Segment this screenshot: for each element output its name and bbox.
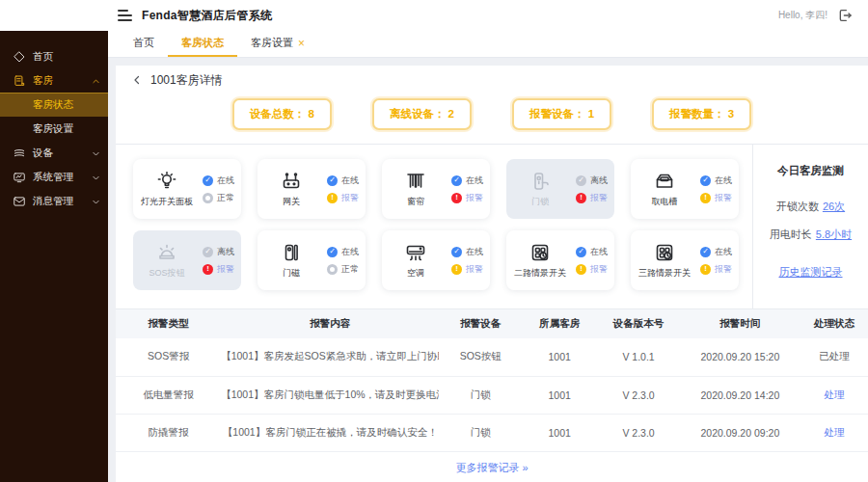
sidebar-item-2[interactable]: 客房状态 bbox=[0, 93, 108, 117]
room-monitor-panel: 今日客房监测 开锁次数26次用电时长5.8小时 历史监测记录 bbox=[752, 145, 868, 308]
tab-1[interactable]: 客房状态 bbox=[168, 30, 237, 57]
table-header-1: 报警内容 bbox=[221, 309, 439, 338]
more-alarms-link[interactable]: 更多报警记录 » bbox=[116, 452, 868, 475]
table-header-5: 报警时间 bbox=[680, 309, 800, 338]
status-text: 报警 bbox=[217, 263, 234, 276]
blue-check-icon: ✓ bbox=[576, 247, 586, 257]
table-header-2: 报警设备 bbox=[439, 309, 522, 338]
sidebar-item-1[interactable]: 客房 bbox=[0, 68, 108, 93]
blue-check-icon: ✓ bbox=[700, 247, 711, 257]
scene-switch-icon bbox=[529, 241, 552, 264]
chevron-up-icon bbox=[92, 76, 100, 85]
tab-2[interactable]: 客房设置× bbox=[237, 30, 318, 57]
device-card-7[interactable]: 空调✓在线!报警 bbox=[382, 230, 490, 290]
tab-close-icon[interactable]: × bbox=[298, 38, 305, 49]
device-card-5[interactable]: SOS按钮✓离线!报警 bbox=[133, 230, 241, 290]
device-label: 门锁 bbox=[531, 196, 549, 208]
device-status: !报警 bbox=[700, 192, 732, 204]
status-text: 报警 bbox=[341, 192, 359, 204]
device-icon bbox=[13, 147, 26, 160]
yellow-alert-icon: ! bbox=[576, 264, 586, 275]
cell-room: 1001 bbox=[522, 414, 597, 451]
cell-type: 防撬警报 bbox=[116, 414, 221, 451]
sidebar-item-label: 客房状态 bbox=[33, 98, 73, 112]
cell-content: 【1001】客房门锁正在被撬，请及时确认安全！ bbox=[221, 414, 439, 451]
status-text: 正常 bbox=[217, 192, 234, 204]
sidebar-item-3[interactable]: 客房设置 bbox=[0, 117, 108, 141]
yellow-alert-icon: ! bbox=[700, 264, 711, 275]
cell-version: V 2.3.0 bbox=[597, 376, 680, 414]
door-sensor-icon bbox=[280, 241, 303, 264]
status-text: 在线 bbox=[341, 246, 359, 258]
status-text: 在线 bbox=[341, 174, 359, 187]
status-text: 正常 bbox=[341, 263, 359, 276]
device-label: 空调 bbox=[407, 267, 424, 280]
status-text: 在线 bbox=[715, 246, 732, 258]
cell-content: 【1001】客房发起SOS紧急求助，请立即上门协助！ bbox=[221, 338, 439, 376]
cell-status: 处理 bbox=[800, 414, 868, 451]
stat-box-3: 报警数量： 3 bbox=[652, 98, 751, 130]
device-status: ✓离线 bbox=[203, 246, 234, 258]
gateway-icon bbox=[280, 170, 303, 193]
device-status: ✓在线 bbox=[576, 246, 608, 258]
status-text: 报警 bbox=[715, 192, 732, 204]
history-monitor-link[interactable]: 历史监测记录 bbox=[779, 265, 843, 280]
status-text: 在线 bbox=[466, 174, 483, 187]
tab-label: 客房状态 bbox=[181, 36, 224, 50]
yellow-alert-icon: ! bbox=[700, 193, 711, 203]
sidebar-item-5[interactable]: 系统管理 bbox=[0, 165, 108, 189]
handle-link[interactable]: 处理 bbox=[824, 388, 844, 400]
status-text: 离线 bbox=[590, 174, 608, 187]
grey-ring-icon bbox=[327, 264, 338, 275]
device-card-3[interactable]: 门锁✓离线!报警 bbox=[506, 159, 614, 219]
handled-label: 已处理 bbox=[819, 350, 850, 362]
device-label: 窗帘 bbox=[407, 196, 424, 208]
device-card-0[interactable]: 灯光开关面板✓在线正常 bbox=[133, 159, 241, 219]
cell-time: 2020.09.20 09:20 bbox=[680, 414, 800, 451]
cell-status: 处理 bbox=[800, 376, 868, 414]
sidebar-item-label: 消息管理 bbox=[33, 195, 73, 208]
monitor-title: 今日客房监测 bbox=[753, 164, 868, 178]
status-text: 报警 bbox=[466, 263, 483, 276]
handle-link[interactable]: 处理 bbox=[824, 426, 844, 438]
device-status: !报警 bbox=[451, 192, 483, 204]
device-label: SOS按钮 bbox=[149, 267, 184, 280]
menu-toggle-icon[interactable] bbox=[118, 10, 132, 21]
blue-check-icon: ✓ bbox=[327, 175, 338, 186]
power-slot-icon bbox=[653, 170, 676, 193]
device-card-4[interactable]: 取电槽✓在线!报警 bbox=[631, 159, 739, 219]
table-header-6: 处理状态 bbox=[800, 309, 868, 338]
monitor-value-link[interactable]: 5.8小时 bbox=[816, 228, 852, 240]
curtain-icon bbox=[404, 170, 427, 193]
grey-check-icon: ✓ bbox=[576, 175, 586, 186]
scene-switch-icon bbox=[653, 241, 676, 264]
sidebar-item-4[interactable]: 设备 bbox=[0, 141, 108, 165]
stat-box-1: 离线设备： 2 bbox=[372, 98, 472, 130]
chevron-down-icon bbox=[92, 173, 100, 181]
device-status: !报警 bbox=[576, 192, 608, 204]
tab-0[interactable]: 首页 bbox=[120, 30, 168, 57]
device-status: ✓在线 bbox=[451, 174, 483, 187]
device-card-9[interactable]: 三路情景开关✓在线!报警 bbox=[631, 230, 739, 290]
table-header-4: 设备版本号 bbox=[597, 309, 680, 338]
device-card-1[interactable]: 网关✓在线!报警 bbox=[258, 159, 366, 219]
monitor-value-link[interactable]: 26次 bbox=[823, 201, 845, 212]
table-row: 低电量警报【1001】客房门锁电量低于10%，请及时更换电池！门锁1001V 2… bbox=[116, 376, 868, 414]
back-icon[interactable] bbox=[131, 74, 143, 86]
monitor-label: 开锁次数 bbox=[776, 201, 819, 212]
device-status: ✓在线 bbox=[203, 174, 234, 187]
room-icon bbox=[13, 74, 26, 88]
status-text: 在线 bbox=[466, 246, 483, 258]
status-text: 报警 bbox=[590, 192, 608, 204]
yellow-alert-icon: ! bbox=[451, 264, 462, 275]
device-card-6[interactable]: 门磁✓在线正常 bbox=[258, 230, 366, 290]
sidebar-item-0[interactable]: 首页 bbox=[0, 44, 108, 68]
device-card-8[interactable]: 二路情景开关✓在线!报警 bbox=[506, 230, 614, 290]
sidebar-item-6[interactable]: 消息管理 bbox=[0, 189, 108, 213]
sidebar-item-label: 首页 bbox=[33, 50, 53, 64]
device-status: !报警 bbox=[700, 263, 732, 276]
red-alert-icon: ! bbox=[576, 193, 586, 203]
logout-icon[interactable] bbox=[837, 8, 853, 23]
device-card-2[interactable]: 窗帘✓在线!报警 bbox=[382, 159, 490, 219]
cell-version: V 2.3.0 bbox=[597, 414, 680, 451]
